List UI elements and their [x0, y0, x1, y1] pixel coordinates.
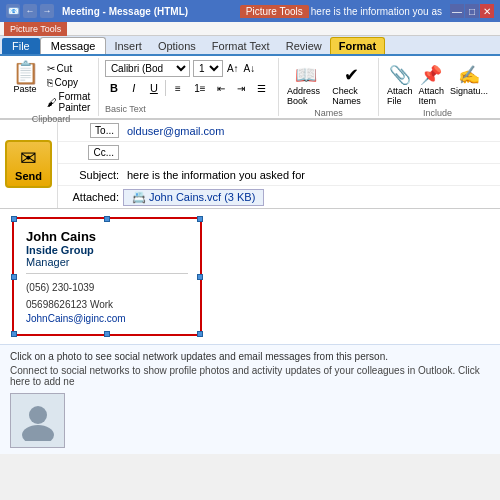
svg-point-0	[29, 406, 47, 424]
to-row: To... olduser@gmail.com	[58, 120, 500, 142]
attach-file-icon: 📎	[389, 64, 411, 86]
card-divider	[26, 273, 188, 274]
attach-item-icon: 📌	[420, 64, 442, 86]
clipboard-group: 📋 Paste ✂ Cut ⎘ Copy 🖌 Format Painter Cl…	[4, 58, 99, 116]
check-names-label: Check Names	[332, 86, 370, 106]
attachment-file[interactable]: 📇 John Cains.vcf (3 KB)	[123, 189, 264, 206]
attached-row: Attached: 📇 John Cains.vcf (3 KB)	[58, 186, 500, 208]
subject-value[interactable]: here is the information you asked for	[123, 167, 500, 183]
increase-indent-button[interactable]: ⇥	[232, 79, 250, 97]
names-label: Names	[314, 108, 343, 118]
include-group: 📎 Attach File 📌 Attach Item ✍ Signatu...…	[379, 58, 496, 116]
tab-file[interactable]: File	[2, 38, 40, 54]
format-painter-icon: 🖌	[47, 97, 57, 108]
font-size-select[interactable]: 11	[193, 60, 223, 77]
names-group: 📖 Address Book ✔ Check Names Names	[279, 58, 379, 116]
paste-label: Paste	[14, 84, 37, 94]
shrink-font-button[interactable]: A↓	[243, 62, 257, 75]
picture-tools-label: Picture Tools	[4, 22, 67, 36]
handle-tr[interactable]	[197, 216, 203, 222]
subject-label: Subject:	[58, 169, 123, 181]
signature-button[interactable]: ✍ Signatu...	[448, 62, 490, 98]
card-title: Manager	[26, 256, 188, 268]
card-email: JohnCains@iginc.com	[26, 313, 188, 324]
social-connect-text: Connect to social networks to show profi…	[10, 365, 490, 387]
bold-button[interactable]: B	[105, 79, 123, 97]
attach-item-button[interactable]: 📌 Attach Item	[416, 62, 446, 108]
decrease-indent-button[interactable]: ⇤	[212, 79, 230, 97]
address-book-label: Address Book	[287, 86, 324, 106]
subject-row: Subject: here is the information you ask…	[58, 164, 500, 186]
cc-button[interactable]: Cc...	[88, 145, 119, 160]
underline-button[interactable]: U	[145, 79, 163, 97]
grow-font-button[interactable]: A↑	[226, 62, 240, 75]
check-names-button[interactable]: ✔ Check Names	[330, 62, 372, 108]
cut-icon: ✂	[47, 63, 55, 74]
close-button[interactable]: ✕	[480, 4, 494, 18]
font-family-select[interactable]: Calibri (Bod	[105, 60, 190, 77]
handle-tl[interactable]	[11, 216, 17, 222]
paste-button[interactable]: 📋 Paste	[10, 60, 41, 96]
ordered-list-button[interactable]: 1≡	[190, 79, 210, 97]
send-button[interactable]: ✉ Send	[5, 140, 52, 188]
format-painter-button[interactable]: 🖌 Format Painter	[45, 90, 93, 114]
send-icon: ✉	[20, 146, 37, 170]
handle-tm[interactable]	[104, 216, 110, 222]
handle-mr[interactable]	[197, 274, 203, 280]
cc-row: Cc...	[58, 142, 500, 164]
svg-point-1	[22, 425, 54, 441]
tab-format-text[interactable]: Format Text	[204, 38, 278, 54]
address-book-button[interactable]: 📖 Address Book	[285, 62, 326, 108]
copy-label: Copy	[55, 77, 78, 88]
handle-br[interactable]	[197, 331, 203, 337]
cut-label: Cut	[57, 63, 73, 74]
format-painter-label: Format Painter	[59, 91, 91, 113]
address-book-icon: 📖	[295, 64, 317, 86]
basic-text-group: Calibri (Bod 11 A↑ A↓ B I U ≡ 1≡ ⇤ ⇥ ☰ B…	[99, 58, 279, 116]
attached-label: Attached:	[58, 191, 123, 203]
email-body: John Cains Inside Group Manager (056) 23…	[0, 209, 500, 344]
business-card-container: John Cains Inside Group Manager (056) 23…	[12, 217, 202, 336]
business-card[interactable]: John Cains Inside Group Manager (056) 23…	[12, 217, 202, 336]
attach-item-label: Attach Item	[418, 86, 444, 106]
italic-button[interactable]: I	[125, 79, 143, 97]
card-company: Inside Group	[26, 244, 188, 256]
tab-format[interactable]: Format	[330, 37, 385, 54]
card-phone2: 05698626123 Work	[26, 296, 188, 313]
person-placeholder	[10, 393, 65, 448]
signature-label: Signatu...	[450, 86, 488, 96]
card-name: John Cains	[26, 229, 188, 244]
check-names-icon: ✔	[344, 64, 359, 86]
attach-file-label: Attach File	[387, 86, 413, 106]
picture-tools-tab[interactable]: Picture Tools	[240, 5, 309, 18]
to-value[interactable]: olduser@gmail.com	[123, 123, 500, 139]
signature-icon: ✍	[458, 64, 480, 86]
attachment-name: John Cains.vcf (3 KB)	[149, 191, 255, 203]
to-button[interactable]: To...	[90, 123, 119, 138]
tab-message[interactable]: Message	[40, 37, 107, 54]
cut-button[interactable]: ✂ Cut	[45, 62, 93, 75]
social-click-text: Click on a photo to see social network u…	[10, 351, 490, 362]
social-section: Click on a photo to see social network u…	[0, 344, 500, 454]
handle-ml[interactable]	[11, 274, 17, 280]
list-button[interactable]: ≡	[168, 79, 188, 97]
handle-bm[interactable]	[104, 331, 110, 337]
align-button[interactable]: ☰	[252, 79, 272, 97]
basic-text-label: Basic Text	[105, 104, 272, 114]
tab-options[interactable]: Options	[150, 38, 204, 54]
tab-review[interactable]: Review	[278, 38, 330, 54]
card-phone1: (056) 230-1039	[26, 279, 188, 296]
copy-button[interactable]: ⎘ Copy	[45, 76, 93, 89]
send-label: Send	[15, 170, 42, 182]
maximize-button[interactable]: □	[465, 4, 479, 18]
info-text: here is the information you as	[311, 6, 442, 17]
attach-file-button[interactable]: 📎 Attach File	[385, 62, 415, 108]
minimize-button[interactable]: —	[450, 4, 464, 18]
cc-value[interactable]	[123, 151, 500, 155]
person-icon	[18, 401, 58, 441]
email-form: To... olduser@gmail.com Cc... Subject: h…	[58, 120, 500, 208]
paste-icon: 📋	[12, 62, 39, 84]
tab-insert[interactable]: Insert	[106, 38, 150, 54]
window-title: Meeting - Message (HTML)	[62, 6, 188, 17]
handle-bl[interactable]	[11, 331, 17, 337]
